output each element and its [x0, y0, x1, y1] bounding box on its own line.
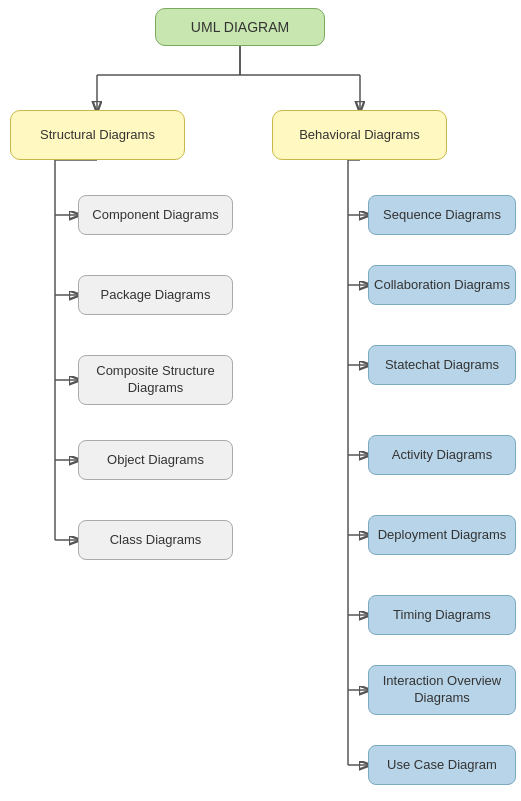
deployment-diagrams-node: Deployment Diagrams [368, 515, 516, 555]
root-node: UML DIAGRAM [155, 8, 325, 46]
activity-diagrams-node: Activity Diagrams [368, 435, 516, 475]
interaction-overview-diagrams-node: Interaction OverviewDiagrams [368, 665, 516, 715]
timing-diagrams-node: Timing Diagrams [368, 595, 516, 635]
object-diagrams-node: Object Diagrams [78, 440, 233, 480]
behavioral-category: Behavioral Diagrams [272, 110, 447, 160]
class-diagrams-node: Class Diagrams [78, 520, 233, 560]
component-diagrams-node: Component Diagrams [78, 195, 233, 235]
uml-diagram: UML DIAGRAM Structural Diagrams Behavior… [0, 0, 521, 801]
composite-structure-diagrams-node: Composite StructureDiagrams [78, 355, 233, 405]
collaboration-diagrams-node: Collaboration Diagrams [368, 265, 516, 305]
sequence-diagrams-node: Sequence Diagrams [368, 195, 516, 235]
statechat-diagrams-node: Statechat Diagrams [368, 345, 516, 385]
use-case-diagram-node: Use Case Diagram [368, 745, 516, 785]
package-diagrams-node: Package Diagrams [78, 275, 233, 315]
structural-category: Structural Diagrams [10, 110, 185, 160]
